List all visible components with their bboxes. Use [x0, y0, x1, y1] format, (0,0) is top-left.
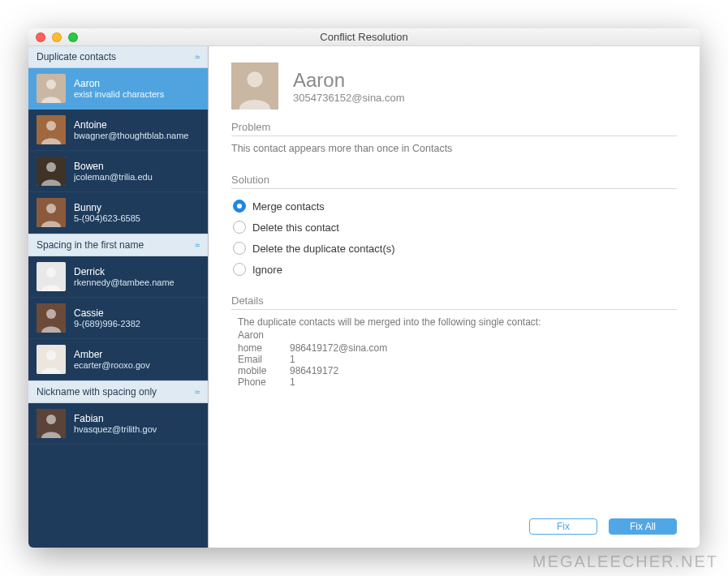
contact-name: Amber: [74, 349, 150, 360]
detail-row: Email1: [238, 354, 677, 365]
avatar: [37, 345, 66, 374]
group-label: Nickname with spacing only: [37, 386, 157, 398]
contact-sub: hvasquez@trilith.gov: [74, 424, 157, 434]
avatar: [37, 115, 66, 144]
contact-sub: jcoleman@trilia.edu: [74, 172, 153, 182]
contact-name: Antoine: [74, 119, 188, 131]
collapse-icon: ≈: [195, 240, 200, 250]
contact-text: Antoinebwagner@thoughtblab.name: [74, 119, 188, 140]
watermark: MEGALEECHER.NET: [532, 552, 718, 571]
avatar: [37, 303, 66, 333]
group-header[interactable]: Spacing in the first name≈: [28, 234, 208, 256]
window-title: Conflict Resolution: [28, 31, 700, 43]
close-button[interactable]: [36, 32, 45, 42]
window: Conflict Resolution Duplicate contacts≈A…: [28, 28, 700, 548]
avatar: [231, 62, 278, 110]
contact-sub: 3054736152@sina.com: [293, 92, 405, 104]
problem-heading: Problem: [231, 121, 677, 136]
group-label: Duplicate contacts: [37, 51, 116, 62]
detail-value: 986419172: [290, 365, 338, 376]
svg-point-11: [46, 309, 56, 319]
contact-text: Amberecarter@rooxo.gov: [74, 349, 150, 370]
button-bar: Fix Fix All: [231, 518, 677, 535]
solution-option-label: Delete the duplicate contact(s): [252, 243, 395, 255]
detail-label: Email: [238, 354, 290, 365]
details-name: Aaron: [238, 329, 677, 341]
detail-value: 986419172@sina.com: [290, 342, 387, 354]
solution-option[interactable]: Merge contacts: [231, 196, 677, 217]
avatar: [37, 74, 66, 103]
contact-sub: bwagner@thoughtblab.name: [74, 131, 188, 140]
svg-point-13: [46, 350, 56, 360]
solution-option[interactable]: Delete the duplicate contact(s): [231, 238, 677, 259]
radio-icon: [233, 242, 246, 255]
group-label: Spacing in the first name: [37, 239, 144, 251]
detail-label: home: [238, 342, 290, 354]
contact-item[interactable]: Aaronexist invalid characters: [28, 68, 208, 110]
detail-value: 1: [290, 376, 295, 388]
svg-point-15: [46, 415, 56, 424]
details-intro: The duplicate contacts will be merged in…: [238, 316, 677, 328]
minimize-button[interactable]: [52, 32, 62, 42]
contact-name: Bunny: [74, 202, 140, 213]
svg-point-5: [46, 162, 56, 172]
detail-row: home986419172@sina.com: [238, 342, 677, 354]
avatar: [37, 198, 66, 227]
solution-option-label: Delete this contact: [252, 221, 339, 234]
contact-text: Fabianhvasquez@trilith.gov: [74, 413, 157, 434]
contact-text: Bowenjcoleman@trilia.edu: [74, 161, 153, 182]
contact-name: Aaron: [74, 78, 164, 89]
maximize-button[interactable]: [68, 32, 78, 42]
problem-text: This contact appears more than once in C…: [231, 143, 677, 154]
solution-option[interactable]: Delete this contact: [231, 217, 677, 238]
contact-item[interactable]: Fabianhvasquez@trilith.gov: [28, 403, 208, 445]
radio-icon: [233, 263, 246, 276]
contact-item[interactable]: Bunny5-(904)623-6585: [28, 192, 208, 234]
problem-section: Problem This contact appears more than o…: [231, 121, 677, 159]
contact-sub: ecarter@rooxo.gov: [74, 360, 150, 370]
solution-option[interactable]: Ignore: [231, 259, 677, 280]
avatar: [37, 157, 66, 186]
hero-text: Aaron 3054736152@sina.com: [293, 69, 405, 104]
group-header[interactable]: Duplicate contacts≈: [28, 46, 208, 68]
detail-label: Phone: [238, 376, 290, 388]
collapse-icon: ≈: [195, 52, 200, 62]
group-header[interactable]: Nickname with spacing only≈: [28, 380, 208, 403]
solution-heading: Solution: [231, 174, 677, 189]
contact-item[interactable]: Bowenjcoleman@trilia.edu: [28, 151, 208, 192]
svg-point-3: [46, 121, 56, 131]
sidebar: Duplicate contacts≈Aaronexist invalid ch…: [28, 46, 209, 548]
radio-icon: [233, 221, 246, 234]
contact-name: Cassie: [74, 307, 140, 319]
contact-sub: rkennedy@tambee.name: [74, 277, 174, 287]
radio-icon: [233, 200, 246, 213]
detail-value: 1: [290, 354, 295, 365]
avatar: [37, 409, 66, 438]
fix-button[interactable]: Fix: [529, 518, 597, 535]
traffic-lights: [28, 32, 78, 42]
contact-item[interactable]: Amberecarter@rooxo.gov: [28, 339, 208, 380]
contact-sub: 9-(689)996-2382: [74, 319, 140, 329]
contact-item[interactable]: Cassie9-(689)996-2382: [28, 298, 208, 339]
avatar: [37, 262, 66, 291]
solution-option-label: Ignore: [252, 264, 282, 276]
detail-row: Phone1: [238, 376, 677, 388]
svg-point-7: [46, 204, 56, 213]
contact-name: Derrick: [74, 266, 174, 277]
details-section: Details The duplicate contacts will be m…: [231, 294, 677, 388]
contact-text: Aaronexist invalid characters: [74, 78, 164, 99]
svg-point-1: [46, 80, 56, 89]
details-heading: Details: [231, 294, 677, 310]
solution-option-label: Merge contacts: [252, 200, 325, 213]
contact-item[interactable]: Derrickrkennedy@tambee.name: [28, 256, 208, 298]
fix-all-button[interactable]: Fix All: [609, 518, 677, 535]
contact-item[interactable]: Antoinebwagner@thoughtblab.name: [28, 110, 208, 151]
contact-sub: exist invalid characters: [74, 89, 164, 99]
contact-hero: Aaron 3054736152@sina.com: [231, 62, 677, 110]
contact-text: Cassie9-(689)996-2382: [74, 307, 140, 329]
detail-row: mobile986419172: [238, 365, 677, 376]
contact-sub: 5-(904)623-6585: [74, 213, 140, 223]
contact-text: Bunny5-(904)623-6585: [74, 202, 140, 223]
solution-section: Solution Merge contactsDelete this conta…: [231, 174, 677, 280]
contact-name: Aaron: [293, 69, 405, 92]
